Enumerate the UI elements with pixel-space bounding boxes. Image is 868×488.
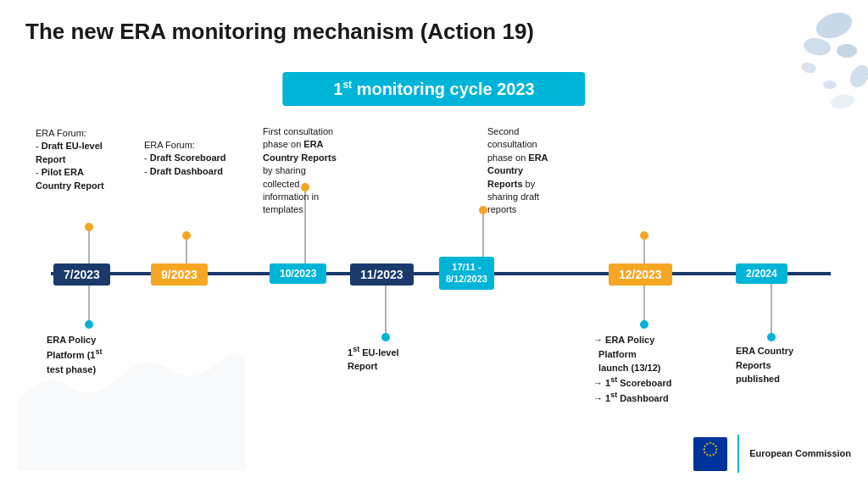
date-badge-7-2023: 7/2023 [53,263,110,286]
svg-point-4 [823,80,837,89]
note-m3-top: First consultationphase on ERACountry Re… [263,125,373,217]
svg-point-25 [767,333,776,341]
ec-logo: European Commission [693,435,851,473]
svg-point-3 [846,62,868,91]
note-m4-bottom: 1st EU-levelReport [348,344,432,374]
svg-point-19 [479,206,487,214]
milestone-17-11: 17/11 -8/12/2023 [439,257,494,290]
date-badge-12-2023: 12/2023 [609,263,672,286]
note-m7-bottom: ERA CountryReportspublished [736,344,837,386]
note-m6-bottom: → ERA Policy Platform launch (13/12)→ 1s… [593,333,725,406]
svg-point-0 [813,8,856,42]
note-m1-bottom: ERA PolicyPlatform (1sttest phase) [47,333,148,376]
cycle-banner-sup: st [342,79,352,91]
svg-point-21 [640,231,648,240]
svg-point-13 [182,231,191,240]
milestone-12-2023: 12/2023 [609,263,672,286]
milestone-10-2023: 10/2023 [270,263,326,284]
note-m5-top: Secondconsultationphase on ERACountryRep… [487,125,589,217]
page-title: The new ERA monitoring mechanism (Action… [25,19,534,45]
milestone-2-2024: 2/2024 [736,263,787,284]
milestone-7-2023: 7/2023 [53,263,110,286]
svg-point-17 [381,333,390,341]
svg-point-11 [85,320,93,329]
slide: The new ERA monitoring mechanism (Action… [0,0,868,488]
date-badge-9-2023: 9/2023 [151,263,208,286]
svg-point-5 [830,93,855,111]
cycle-banner-text: monitoring cycle 2023 [352,80,535,98]
logo-divider [737,435,739,473]
svg-point-9 [85,223,93,231]
date-badge-11-2023: 11/2023 [350,263,414,286]
ec-label: European Commission [749,447,851,460]
svg-point-23 [640,320,648,329]
date-badge-17-11: 17/11 -8/12/2023 [439,257,494,290]
date-badge-2-2024: 2/2024 [736,263,787,284]
svg-point-2 [837,44,857,58]
note-m1-top: ERA Forum:- Draft EU-levelReport- Pilot … [36,127,146,192]
cycle-banner: 1st monitoring cycle 2023 [282,72,585,106]
note-m2-top: ERA Forum:- Draft Scoreboard- Draft Dash… [144,139,254,178]
svg-point-6 [800,61,817,75]
svg-point-1 [803,36,832,57]
milestone-11-2023: 11/2023 [350,263,414,286]
date-badge-10-2023: 10/2023 [270,263,326,284]
milestone-9-2023: 9/2023 [151,263,208,286]
eu-emblem [693,437,727,471]
